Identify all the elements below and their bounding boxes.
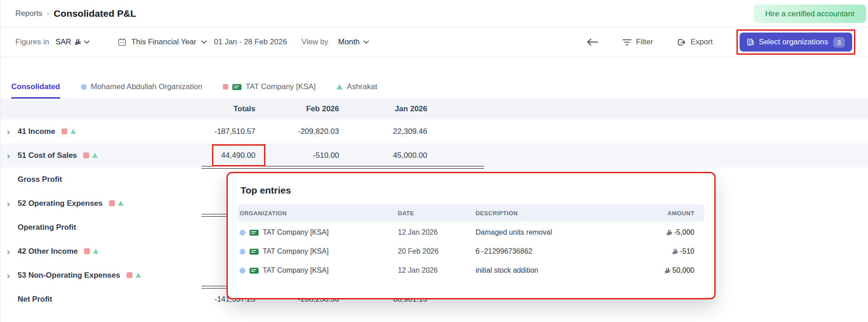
table-row[interactable]: › 41 Income -187,510.57 -209,820.03 22,3… xyxy=(0,119,868,143)
cell-jan-2026[interactable]: 22,309.46 xyxy=(342,127,430,136)
entry-date: 12 Jan 2026 xyxy=(398,228,476,237)
saudi-flag-icon xyxy=(250,230,259,236)
building-icon xyxy=(747,38,754,46)
green-triangle-icon xyxy=(71,129,76,134)
entry-organization: TAT Company [KSA] xyxy=(263,228,329,237)
pink-square-icon xyxy=(84,248,90,254)
topbar: Reports › Consolidated P&L Hire a certif… xyxy=(0,0,868,27)
period-select[interactable]: This Financial Year xyxy=(118,38,207,47)
cell-feb-2026[interactable]: -510.00 xyxy=(258,151,342,160)
entry-date: 12 Jan 2026 xyxy=(398,266,476,275)
select-organizations-label: Select organizations xyxy=(759,38,828,47)
saudi-flag-icon xyxy=(232,84,241,90)
org-markers xyxy=(127,272,141,278)
cell-totals[interactable]: -187,510.57 xyxy=(208,127,258,136)
riyal-symbol-icon xyxy=(666,230,672,236)
entry-description: 6 -212996736862 xyxy=(476,247,617,256)
arrow-left-icon xyxy=(585,38,599,46)
chevron-down-icon xyxy=(84,40,90,44)
green-triangle-icon xyxy=(92,153,98,158)
pink-square-icon xyxy=(61,128,67,134)
entry-organization: TAT Company [KSA] xyxy=(263,266,329,275)
top-entries-popup: Top entries ORGANIZATION DATE DESCRIPTIO… xyxy=(226,172,716,299)
account-name: Gross Profit xyxy=(18,175,62,184)
hire-accountant-button[interactable]: Hire a certified accountant xyxy=(754,5,867,23)
column-header-feb: Feb 2026 xyxy=(258,104,342,114)
popup-col-description: DESCRIPTION xyxy=(476,210,617,217)
pink-square-icon xyxy=(83,152,89,158)
figures-in-label: Figures in xyxy=(15,38,49,47)
org-markers xyxy=(61,128,76,134)
org-markers xyxy=(83,152,98,158)
breadcrumb-chevron-icon: › xyxy=(47,9,49,18)
account-name: 52 Operating Expenses xyxy=(18,199,103,208)
expand-chevron-icon[interactable]: › xyxy=(7,151,18,160)
popup-header-row: ORGANIZATION DATE DESCRIPTION AMOUNT xyxy=(238,204,704,222)
currency-value: SAR xyxy=(56,38,71,47)
pink-square-icon xyxy=(223,84,228,90)
riyal-symbol-icon xyxy=(75,39,81,45)
expand-chevron-icon[interactable]: › xyxy=(7,246,18,256)
account-name: Operating Profit xyxy=(18,223,76,232)
expand-chevron-icon[interactable]: › xyxy=(7,270,18,280)
riyal-symbol-icon xyxy=(665,268,670,274)
chevron-down-icon xyxy=(363,40,369,44)
table-row[interactable]: › 51 Cost of Sales 44,490.00 -510.00 45,… xyxy=(0,143,868,167)
top-entry-row: TAT Company [KSA] 12 Jan 2026 initial st… xyxy=(238,261,704,280)
expand-chevron-icon[interactable]: › xyxy=(7,199,18,208)
cell-jan-2026[interactable]: 45,000.00 xyxy=(342,151,430,160)
breadcrumb-reports[interactable]: Reports xyxy=(15,9,42,18)
toolbar: Figures in SAR This Financial Year 01 Ja… xyxy=(0,27,868,57)
entry-description: initial stock addition xyxy=(476,266,617,275)
account-name: 51 Cost of Sales xyxy=(18,151,77,160)
account-name: 41 Income xyxy=(18,127,55,136)
organization-tab[interactable]: Consolidated xyxy=(11,82,60,99)
entry-date: 20 Feb 2026 xyxy=(398,247,476,256)
expand-chevron-icon[interactable]: › xyxy=(7,127,18,136)
export-button[interactable]: Export xyxy=(676,38,712,47)
popup-title: Top entries xyxy=(241,185,714,196)
top-entry-row: TAT Company [KSA] 20 Feb 2026 6 -2129967… xyxy=(238,242,704,261)
top-entry-row: TAT Company [KSA] 12 Jan 2026 Damaged un… xyxy=(238,223,704,242)
cell-totals[interactable]: 44,490.00 xyxy=(208,151,258,160)
entry-amount: -510 xyxy=(680,247,694,256)
tab-label: TAT Company [KSA] xyxy=(245,82,316,91)
entry-amount: 50,000 xyxy=(672,266,694,275)
view-by-label: View by xyxy=(302,38,328,47)
currency-select[interactable]: SAR xyxy=(56,38,90,47)
organization-tab[interactable]: Ashrakat xyxy=(336,82,377,99)
pl-report-table: Totals Feb 2026 Jan 2026 › 41 Income -18… xyxy=(0,99,868,311)
filter-button[interactable]: Filter xyxy=(623,38,653,47)
filter-icon xyxy=(623,39,632,46)
tab-label: Ashrakat xyxy=(347,82,377,91)
riyal-symbol-icon xyxy=(672,249,678,255)
export-label: Export xyxy=(690,38,712,47)
entry-organization: TAT Company [KSA] xyxy=(263,247,329,256)
export-icon xyxy=(676,38,686,47)
account-name: 53 Non-Operating Expenses xyxy=(18,271,120,280)
entry-description: Damaged units removal xyxy=(476,228,617,237)
green-triangle-icon xyxy=(336,84,343,90)
view-by-value: Month xyxy=(338,38,359,47)
organization-tabs: Consolidated Mohamed Abdullah Organizati… xyxy=(0,57,868,99)
select-organizations-button[interactable]: Select organizations 3 xyxy=(740,33,852,52)
calendar-icon xyxy=(118,38,127,47)
green-triangle-icon xyxy=(118,201,123,206)
view-by-select[interactable]: Month xyxy=(338,38,369,47)
cell-feb-2026[interactable]: -209,820.03 xyxy=(258,127,342,136)
table-header-row: Totals Feb 2026 Jan 2026 xyxy=(0,99,868,119)
popup-col-amount: AMOUNT xyxy=(617,210,704,217)
organization-tab[interactable]: Mohamed Abdullah Organization xyxy=(81,82,203,99)
pink-square-icon xyxy=(109,200,115,206)
green-triangle-icon xyxy=(136,273,141,278)
column-header-totals: Totals xyxy=(208,104,258,114)
organization-tab[interactable]: TAT Company [KSA] xyxy=(223,82,316,99)
blue-dot-icon xyxy=(240,249,245,255)
chevron-down-icon xyxy=(201,40,207,44)
back-button[interactable] xyxy=(585,38,599,46)
blue-dot-icon xyxy=(81,84,87,90)
account-name: 42 Other Income xyxy=(18,247,78,256)
org-markers xyxy=(84,248,99,254)
column-header-jan: Jan 2026 xyxy=(342,104,430,114)
filter-label: Filter xyxy=(636,38,653,47)
